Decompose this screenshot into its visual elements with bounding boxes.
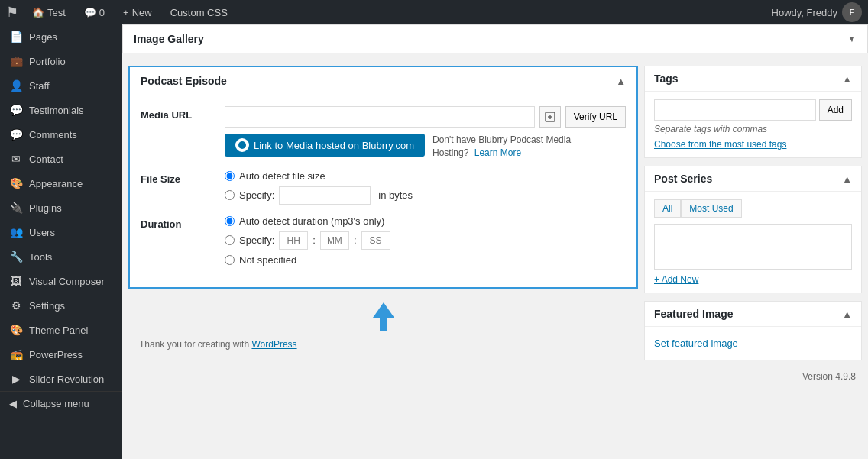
add-tag-button[interactable]: Add xyxy=(819,99,852,121)
sidebar-item-users[interactable]: 👥 Users xyxy=(0,220,122,244)
wp-logo-icon[interactable]: ⚑ xyxy=(6,4,18,21)
hh-input[interactable] xyxy=(279,231,308,250)
sidebar-item-pages[interactable]: 📄 Pages xyxy=(0,24,122,49)
sidebar-item-tools[interactable]: 🔧 Tools xyxy=(0,244,122,269)
tags-input[interactable] xyxy=(654,99,816,121)
featured-image-title: Featured Image xyxy=(654,308,733,320)
sidebar-item-appearance[interactable]: 🎨 Appearance xyxy=(0,171,122,196)
podcast-panel-title: Podcast Episode xyxy=(141,75,227,87)
file-size-row: File Size Auto detect file size xyxy=(141,170,626,205)
comments-nav-icon: 💬 xyxy=(9,128,23,141)
sidebar-item-contact[interactable]: ✉ Contact xyxy=(0,147,122,171)
bytes-input[interactable] xyxy=(279,186,371,205)
series-list xyxy=(654,224,852,270)
sidebar-item-staff[interactable]: 👤 Staff xyxy=(0,73,122,98)
podcast-episode-panel: Podcast Episode ▲ Media URL xyxy=(128,66,638,289)
specify-file-radio[interactable] xyxy=(225,190,235,200)
powerpress-icon: 📻 xyxy=(9,348,23,360)
blubrry-link-button[interactable]: Link to Media hosted on Blubrry.com xyxy=(225,134,425,157)
tags-collapse-icon[interactable]: ▲ xyxy=(842,73,852,85)
home-icon: 🏠 xyxy=(32,7,44,18)
staff-icon: 👤 xyxy=(9,79,23,92)
media-url-control: Verify URL Link to Media hosted on Blubr… xyxy=(225,106,626,160)
avatar[interactable]: F xyxy=(842,2,862,22)
duration-row: Duration Auto detect duration (mp3's onl… xyxy=(141,215,626,266)
series-tab-most-used[interactable]: Most Used xyxy=(681,199,741,218)
gallery-collapse-icon[interactable]: ▼ xyxy=(847,34,857,44)
post-series-title: Post Series xyxy=(654,173,712,185)
not-specified-label: Not specified xyxy=(239,254,296,266)
sidebar-item-slider-revolution[interactable]: ▶ Slider Revolution xyxy=(0,367,122,391)
tags-help-text: Separate tags with commas xyxy=(654,124,852,134)
user-info: Howdy, Freddy F xyxy=(772,2,862,22)
sidebar-item-portfolio[interactable]: 💼 Portfolio xyxy=(0,49,122,73)
plus-icon: + xyxy=(123,7,129,18)
comments-icon: 💬 xyxy=(84,7,96,18)
appearance-icon: 🎨 xyxy=(9,177,23,189)
specify-file-label: Specify: xyxy=(239,189,274,201)
testimonials-icon: 💬 xyxy=(9,104,23,116)
mm-input[interactable] xyxy=(320,231,349,250)
content-footer: Thank you for creating with WordPress xyxy=(128,335,638,354)
arrow-head-icon xyxy=(373,302,394,318)
auto-detect-file-radio[interactable] xyxy=(225,171,235,181)
media-url-browse-icon[interactable] xyxy=(539,106,561,128)
sidebar-item-theme-panel[interactable]: 🎨 Theme Panel xyxy=(0,318,122,342)
series-tab-all[interactable]: All xyxy=(654,199,681,218)
comments-link[interactable]: 💬 0 xyxy=(79,7,109,18)
main-content: Image Gallery ▼ Podcast Episode ▲ Media … xyxy=(122,24,868,459)
time-sep-1: : xyxy=(313,234,316,246)
sidebar-item-testimonials[interactable]: 💬 Testimonials xyxy=(0,98,122,122)
arrow-indicator xyxy=(128,295,638,335)
duration-label: Duration xyxy=(141,215,225,230)
time-sep-2: : xyxy=(354,234,357,246)
media-url-label: Media URL xyxy=(141,106,225,121)
sidebar-item-comments[interactable]: 💬 Comments xyxy=(0,122,122,147)
not-specified-radio[interactable] xyxy=(225,255,235,265)
collapse-menu-button[interactable]: ◀ Collapse menu xyxy=(0,391,122,415)
wordpress-link[interactable]: WordPress xyxy=(251,339,296,350)
auto-detect-duration-radio[interactable] xyxy=(225,216,235,226)
media-url-row: Media URL Verify URL xyxy=(141,106,626,160)
tools-icon: 🔧 xyxy=(9,251,23,263)
plugins-icon: 🔌 xyxy=(9,202,23,214)
featured-image-collapse-icon[interactable]: ▲ xyxy=(842,309,852,320)
ss-input[interactable] xyxy=(361,231,390,250)
file-size-control: Auto detect file size Specify: in bytes xyxy=(225,170,626,205)
new-content-link[interactable]: + New xyxy=(118,7,157,18)
duration-control: Auto detect duration (mp3's only) Specif… xyxy=(225,215,626,266)
pages-icon: 📄 xyxy=(9,31,23,43)
sidebar-item-powerpress[interactable]: 📻 PowerPress xyxy=(0,342,122,367)
specify-duration-radio[interactable] xyxy=(225,235,235,245)
collapse-icon: ◀ xyxy=(9,398,17,409)
custom-css-link[interactable]: Custom CSS xyxy=(166,7,232,18)
site-name-link[interactable]: 🏠 Test xyxy=(28,7,70,18)
slider-revolution-icon: ▶ xyxy=(9,373,23,385)
gallery-bar-title: Image Gallery xyxy=(134,33,204,45)
podcast-panel-collapse-icon[interactable]: ▲ xyxy=(616,76,626,87)
sidebar-item-plugins[interactable]: 🔌 Plugins xyxy=(0,196,122,220)
in-bytes-label: in bytes xyxy=(378,189,413,201)
auto-detect-file-label: Auto detect file size xyxy=(239,170,326,182)
arrow-shaft xyxy=(380,318,387,331)
featured-image-box: Featured Image ▲ Set featured image xyxy=(644,301,862,360)
auto-detect-duration-label: Auto detect duration (mp3's only) xyxy=(239,215,384,227)
settings-icon: ⚙ xyxy=(9,299,23,312)
choose-tags-link[interactable]: Choose from the most used tags xyxy=(654,139,852,150)
sidebar-item-settings[interactable]: ⚙ Settings xyxy=(0,293,122,318)
visual-composer-icon: 🖼 xyxy=(9,275,23,287)
add-new-series-link[interactable]: + Add New xyxy=(654,274,852,285)
media-url-input[interactable] xyxy=(225,106,535,128)
blubrry-dot-icon xyxy=(235,138,249,152)
set-featured-image-link[interactable]: Set featured image xyxy=(654,335,852,352)
portfolio-icon: 💼 xyxy=(9,55,23,67)
learn-more-link[interactable]: Learn More xyxy=(474,147,521,158)
right-panel: Tags ▲ Add Separate tags with commas Cho… xyxy=(644,66,862,453)
verify-url-button[interactable]: Verify URL xyxy=(565,106,626,128)
contact-icon: ✉ xyxy=(9,153,23,165)
version-info: Version 4.9.8 xyxy=(644,368,862,385)
theme-panel-icon: 🎨 xyxy=(9,324,23,336)
post-series-collapse-icon[interactable]: ▲ xyxy=(842,173,852,185)
sidebar-item-visual-composer[interactable]: 🖼 Visual Composer xyxy=(0,269,122,293)
post-series-box: Post Series ▲ All Most Used + Add New xyxy=(644,166,862,293)
